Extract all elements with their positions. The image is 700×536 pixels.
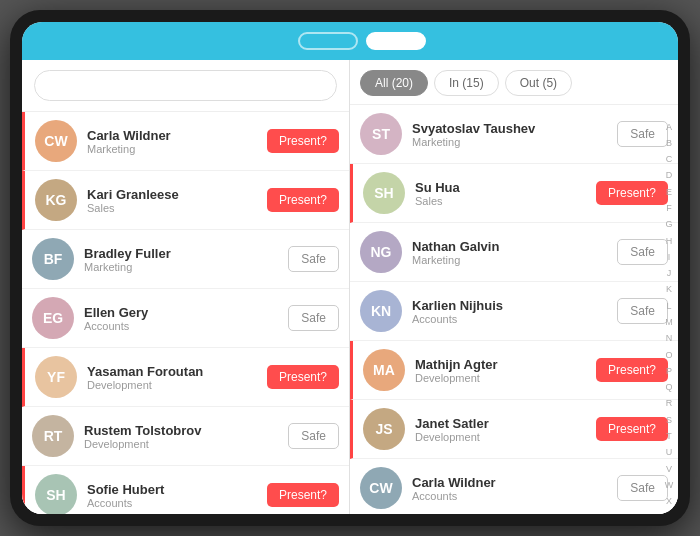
list-item: SH Sofie Hubert Accounts Present? bbox=[22, 466, 349, 514]
alpha-l[interactable]: L bbox=[666, 302, 671, 311]
alpha-p[interactable]: P bbox=[666, 367, 672, 376]
status-button[interactable]: Safe bbox=[288, 423, 339, 449]
person-dept: Marketing bbox=[412, 254, 607, 266]
person-dept: Sales bbox=[415, 195, 586, 207]
right-panel: All (20)In (15)Out (5) ST Svyatoslav Tau… bbox=[350, 60, 678, 514]
alpha-n[interactable]: N bbox=[666, 334, 673, 343]
alpha-q[interactable]: Q bbox=[665, 383, 672, 392]
alpha-f[interactable]: F bbox=[666, 204, 672, 213]
person-info: Su Hua Sales bbox=[415, 180, 586, 207]
alpha-t[interactable]: T bbox=[666, 432, 672, 441]
person-info: Karlien Nijhuis Accounts bbox=[412, 298, 607, 325]
header bbox=[22, 22, 678, 60]
person-dept: Accounts bbox=[87, 497, 257, 509]
tab-bar bbox=[62, 32, 662, 50]
list-item: YF Yasaman Foroutan Development Present? bbox=[22, 348, 349, 407]
right-list: ST Svyatoslav Taushev Marketing Safe SH … bbox=[350, 105, 678, 514]
status-button[interactable]: Safe bbox=[617, 121, 668, 147]
tab-visitors[interactable] bbox=[298, 32, 358, 50]
avatar: CW bbox=[35, 120, 77, 162]
alpha-o[interactable]: O bbox=[665, 351, 672, 360]
main-body: ⌕ CW Carla Wildner Marketing Present? KG… bbox=[22, 60, 678, 514]
back-button[interactable] bbox=[38, 39, 50, 43]
alpha-s[interactable]: S bbox=[666, 416, 672, 425]
alpha-u[interactable]: U bbox=[666, 448, 673, 457]
status-button[interactable]: Present? bbox=[267, 365, 339, 389]
list-item: KG Kari Granleese Sales Present? bbox=[22, 171, 349, 230]
person-info: Carla Wildner Marketing bbox=[87, 128, 257, 155]
list-item: BF Bradley Fuller Marketing Safe bbox=[22, 230, 349, 289]
person-name: Carla Wildner bbox=[87, 128, 257, 143]
status-button[interactable]: Safe bbox=[617, 298, 668, 324]
person-dept: Development bbox=[84, 438, 278, 450]
person-info: Nathan Galvin Marketing bbox=[412, 239, 607, 266]
person-name: Yasaman Foroutan bbox=[87, 364, 257, 379]
person-info: Janet Satler Development bbox=[415, 416, 586, 443]
status-button[interactable]: Safe bbox=[288, 305, 339, 331]
alpha-r[interactable]: R bbox=[666, 399, 673, 408]
alpha-i[interactable]: I bbox=[668, 253, 671, 262]
alpha-h[interactable]: H bbox=[666, 237, 673, 246]
list-item: EG Ellen Gery Accounts Safe bbox=[22, 289, 349, 348]
status-button[interactable]: Present? bbox=[267, 188, 339, 212]
list-item: ST Svyatoslav Taushev Marketing Safe bbox=[350, 105, 678, 164]
status-button[interactable]: Present? bbox=[267, 483, 339, 507]
person-dept: Sales bbox=[87, 202, 257, 214]
alpha-w[interactable]: W bbox=[665, 481, 674, 490]
person-dept: Development bbox=[415, 372, 586, 384]
status-button[interactable]: Present? bbox=[267, 129, 339, 153]
person-name: Kari Granleese bbox=[87, 187, 257, 202]
avatar: SH bbox=[35, 474, 77, 514]
filter-tab-2[interactable]: Out (5) bbox=[505, 70, 572, 96]
alpha-m[interactable]: M bbox=[665, 318, 673, 327]
person-name: Karlien Nijhuis bbox=[412, 298, 607, 313]
list-item: CW Carla Wildner Marketing Present? bbox=[22, 112, 349, 171]
list-item: SH Su Hua Sales Present? bbox=[350, 164, 678, 223]
alpha-a[interactable]: A bbox=[666, 123, 672, 132]
status-button[interactable]: Safe bbox=[617, 475, 668, 501]
alpha-b[interactable]: B bbox=[666, 139, 672, 148]
status-button[interactable]: Present? bbox=[596, 181, 668, 205]
person-dept: Development bbox=[415, 431, 586, 443]
avatar: NG bbox=[360, 231, 402, 273]
avatar: MA bbox=[363, 349, 405, 391]
alpha-e[interactable]: E bbox=[666, 188, 672, 197]
status-button[interactable]: Present? bbox=[596, 417, 668, 441]
tab-employees[interactable] bbox=[366, 32, 426, 50]
person-name: Mathijn Agter bbox=[415, 357, 586, 372]
status-button[interactable]: Present? bbox=[596, 358, 668, 382]
alpha-c[interactable]: C bbox=[666, 155, 673, 164]
avatar: EG bbox=[32, 297, 74, 339]
filter-tab-1[interactable]: In (15) bbox=[434, 70, 499, 96]
avatar: KN bbox=[360, 290, 402, 332]
person-dept: Accounts bbox=[412, 490, 607, 502]
person-dept: Marketing bbox=[412, 136, 607, 148]
list-item: KN Karlien Nijhuis Accounts Safe bbox=[350, 282, 678, 341]
avatar: CW bbox=[360, 467, 402, 509]
alpha-k[interactable]: K bbox=[666, 285, 672, 294]
person-info: Ellen Gery Accounts bbox=[84, 305, 278, 332]
person-info: Sofie Hubert Accounts bbox=[87, 482, 257, 509]
person-dept: Accounts bbox=[84, 320, 278, 332]
person-name: Su Hua bbox=[415, 180, 586, 195]
person-dept: Marketing bbox=[87, 143, 257, 155]
alpha-d[interactable]: D bbox=[666, 171, 673, 180]
alpha-x[interactable]: X bbox=[666, 497, 672, 506]
person-info: Kari Granleese Sales bbox=[87, 187, 257, 214]
search-wrapper: ⌕ bbox=[34, 70, 337, 101]
person-dept: Development bbox=[87, 379, 257, 391]
status-button[interactable]: Safe bbox=[288, 246, 339, 272]
list-item: CW Carla Wildner Accounts Safe bbox=[350, 459, 678, 514]
person-info: Bradley Fuller Marketing bbox=[84, 246, 278, 273]
filter-tab-0[interactable]: All (20) bbox=[360, 70, 428, 96]
person-name: Bradley Fuller bbox=[84, 246, 278, 261]
alpha-g[interactable]: G bbox=[665, 220, 672, 229]
alpha-v[interactable]: V bbox=[666, 465, 672, 474]
list-item: RT Rustem Tolstobrov Development Safe bbox=[22, 407, 349, 466]
status-button[interactable]: Safe bbox=[617, 239, 668, 265]
search-bar: ⌕ bbox=[22, 60, 349, 112]
alpha-j[interactable]: J bbox=[667, 269, 672, 278]
search-input[interactable] bbox=[34, 70, 337, 101]
device-frame: ⌕ CW Carla Wildner Marketing Present? KG… bbox=[10, 10, 690, 526]
list-item: JS Janet Satler Development Present? bbox=[350, 400, 678, 459]
